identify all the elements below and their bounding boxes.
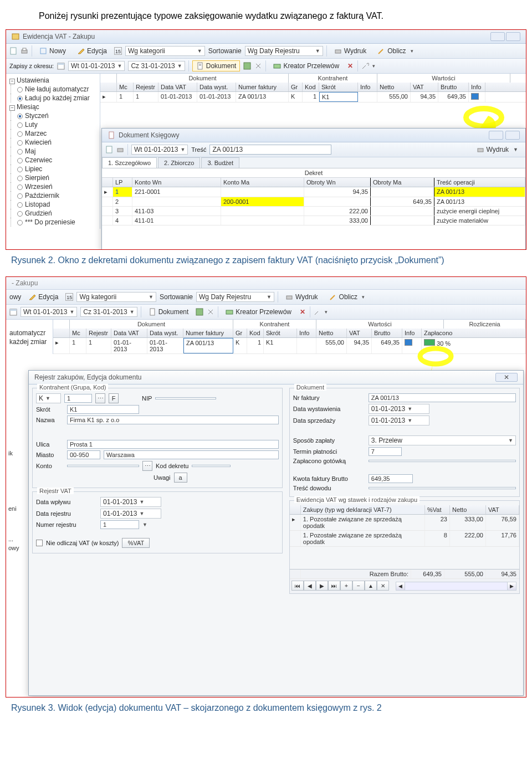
col-info[interactable]: Info: [297, 329, 316, 337]
col-brutto[interactable]: Brutto: [438, 83, 469, 91]
nav-add-icon[interactable]: +: [340, 581, 352, 591]
nr-faktury-input[interactable]: ZA 001/13: [369, 393, 516, 402]
miasto-input[interactable]: Warszawa: [104, 450, 279, 459]
col-zaplacono[interactable]: Zapłacono: [422, 329, 526, 337]
num-icon[interactable]: 15: [114, 47, 122, 55]
col-brutto[interactable]: Brutto: [372, 329, 402, 337]
xvat-button[interactable]: %VAT: [122, 538, 150, 548]
col-vat[interactable]: VAT: [347, 329, 372, 337]
inner-date[interactable]: Wt 01-01-2013▼: [131, 145, 188, 155]
tree-month-listopad[interactable]: Listopad: [7, 200, 99, 209]
num-icon[interactable]: 15: [65, 293, 73, 301]
data-row[interactable]: ▸ 1 1 01-01-2013 01-01-2013 ZA 001/13 K …: [53, 338, 526, 354]
tab-budzet[interactable]: 3. Budżet: [201, 157, 239, 168]
nav-last-icon[interactable]: ⏭: [328, 581, 340, 591]
kreator-button[interactable]: Kreator Przelewów: [222, 306, 295, 317]
tresc-input[interactable]: ZA 001/13: [209, 145, 331, 155]
col-numer[interactable]: Numer faktury: [183, 329, 233, 337]
grupa-select[interactable]: K▼: [36, 393, 61, 403]
green-icon[interactable]: [243, 62, 251, 70]
col-netto[interactable]: Netto: [450, 505, 486, 514]
dekret-row[interactable]: 4 411-01 333,00 zużycie materiałów: [102, 216, 525, 225]
numer-rejestru-input[interactable]: 1: [100, 520, 139, 529]
tree-month-czerwiec[interactable]: Czerwiec: [7, 156, 99, 165]
ewid-row[interactable]: ▸ 1. Pozostałe związane ze sprzedażą opo…: [290, 515, 519, 531]
data-rejestru-input[interactable]: 01-01-2013▼: [100, 509, 161, 519]
konto-lookup[interactable]: ⋯: [142, 461, 152, 471]
col-numer[interactable]: Numer faktury: [236, 83, 289, 91]
data-sprz-input[interactable]: 01-01-2013▼: [369, 416, 429, 425]
ewid-row[interactable]: 1. Pozostałe związane ze sprzedażą opoda…: [290, 531, 519, 547]
scroll-right-icon[interactable]: ▶: [507, 582, 516, 590]
delete-icon[interactable]: ✕: [299, 308, 306, 316]
tools-icon[interactable]: [314, 308, 321, 316]
nav-first-icon[interactable]: ⏮: [291, 581, 304, 591]
tree-month-pazdziernik[interactable]: Październik: [7, 191, 99, 200]
tree-month-marzec[interactable]: Marzec: [7, 129, 99, 138]
nav-prev-icon[interactable]: ◀: [304, 581, 316, 591]
uwagi-button[interactable]: a: [174, 473, 187, 483]
page-icon[interactable]: [9, 47, 17, 55]
col-rejestr[interactable]: Rejestr: [134, 83, 158, 91]
h-scrollbar[interactable]: ◀ ▶: [396, 582, 516, 591]
edycja-button[interactable]: Edycja: [73, 45, 111, 57]
nav-cancel-icon[interactable]: ✕: [377, 581, 389, 591]
nowy-button[interactable]: Nowy: [35, 45, 70, 57]
tree-month-kwiecien[interactable]: Kwiecień: [7, 138, 99, 147]
tab-zbiorczo[interactable]: 2. Zbiorczo: [158, 157, 200, 168]
data-row[interactable]: ▸ 1 1 01-01-2013 01-01-2013 ZA 001/13 K …: [100, 92, 526, 102]
calendar-icon[interactable]: [9, 308, 17, 316]
tree-month-sierpien[interactable]: Sierpień: [7, 173, 99, 182]
dokument-button[interactable]: Dokument: [192, 60, 241, 71]
sort-dropdown[interactable]: Wg Daty Rejestru▼: [245, 46, 323, 56]
col-skrot[interactable]: Skrót: [319, 83, 358, 91]
maximize-button[interactable]: [505, 131, 520, 140]
tab-szczegolowo[interactable]: 1. Szczegółowo: [102, 157, 157, 168]
skrot-input[interactable]: K1: [67, 405, 139, 414]
col-vat2[interactable]: VAT: [486, 505, 519, 514]
f-button[interactable]: F: [109, 393, 119, 403]
wydruk-button[interactable]: Wydruk: [282, 291, 322, 302]
kwota-brutto-input[interactable]: 649,35: [369, 474, 413, 483]
tree-laduj-po[interactable]: Ładuj po każdej zmiar: [7, 94, 99, 102]
sort-dropdown[interactable]: Wg Daty Rejestru▼: [196, 292, 274, 302]
kodpoczt-input[interactable]: 00-950: [67, 450, 100, 459]
delete-icon[interactable]: ✕: [346, 62, 354, 70]
minimize-button[interactable]: [490, 32, 505, 41]
col-zakupy[interactable]: Zakupy (typ wg deklaracji VAT-7): [301, 505, 425, 514]
oblicz-button[interactable]: Oblicz▾: [374, 45, 417, 57]
print-icon[interactable]: [21, 47, 28, 55]
kod-dekretu-input[interactable]: [192, 465, 231, 467]
tree-nie-laduj[interactable]: Nie ładuj automatyczr: [7, 85, 99, 94]
icol-kma[interactable]: Konto Ma: [221, 178, 304, 187]
ulica-input[interactable]: Prosta 1: [67, 440, 279, 449]
lookup-button[interactable]: ⋯: [95, 393, 105, 403]
termin-input[interactable]: 7: [369, 447, 402, 456]
tools-icon[interactable]: [361, 62, 369, 70]
col-data-vat[interactable]: Data VAT: [158, 83, 197, 91]
col-data-wyst[interactable]: Data wyst.: [147, 329, 183, 337]
kreator-button[interactable]: Kreator Przelewów: [269, 60, 343, 71]
col-netto[interactable]: Netto: [377, 83, 411, 91]
col-data-wyst[interactable]: Data wyst.: [197, 83, 236, 91]
tree-month-lipiec[interactable]: Lipiec: [7, 165, 99, 173]
dekret-row[interactable]: ▸ 1 221-0001 94,35 ZA 001/13: [102, 187, 525, 197]
col-info2[interactable]: Info: [469, 83, 485, 91]
tree-month-luty[interactable]: Luty: [7, 120, 99, 129]
col-kod[interactable]: Kod: [247, 329, 264, 337]
dekret-row[interactable]: 3 411-03 222,00 zużycie energii cieplnej: [102, 207, 525, 216]
tree-month-wrzesien[interactable]: Wrzesień: [7, 182, 99, 191]
dokument-button[interactable]: Dokument: [145, 306, 193, 317]
nazwa-input[interactable]: Firma K1 sp. z o.o: [67, 416, 279, 424]
date-from[interactable]: Wt 01-01-2013▼: [21, 307, 77, 317]
tree-ustawienia[interactable]: −Ustawienia: [7, 76, 99, 85]
nie-odliczaj-checkbox[interactable]: [36, 540, 43, 546]
data-wplywu-input[interactable]: 01-01-2013▼: [100, 497, 161, 507]
konto-input[interactable]: [67, 465, 139, 467]
print-icon[interactable]: [116, 146, 124, 153]
tool-icon[interactable]: [207, 308, 214, 316]
col-mc[interactable]: Mc: [117, 83, 134, 91]
icol-own[interactable]: Obroty Wn: [304, 178, 371, 187]
oblicz-button[interactable]: Oblicz▾: [325, 291, 369, 302]
tool-icon[interactable]: [254, 62, 262, 70]
